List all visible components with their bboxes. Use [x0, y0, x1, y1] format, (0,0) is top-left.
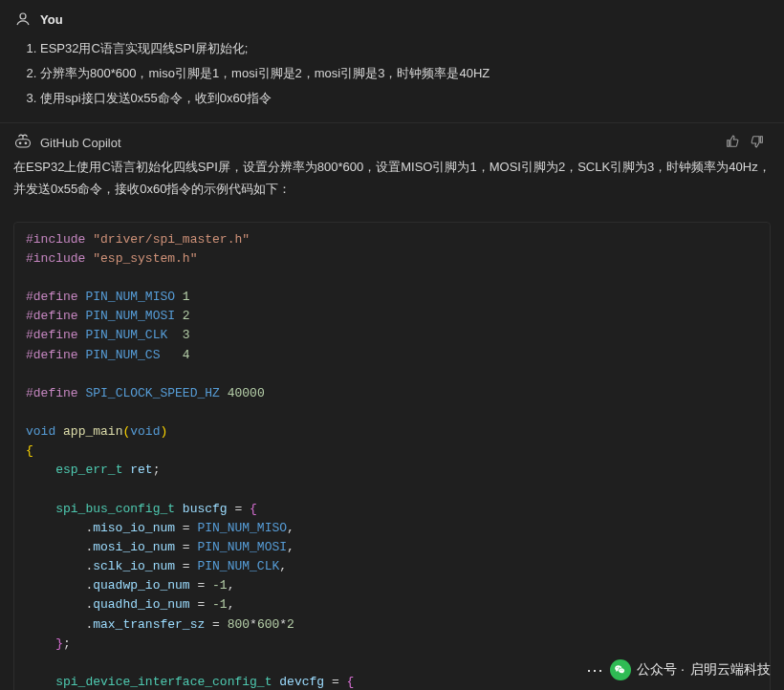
- macro: PIN_NUM_CLK: [85, 328, 167, 342]
- preprocessor: #define: [26, 309, 78, 323]
- thumbs-up-button[interactable]: [725, 134, 740, 152]
- list-item: ESP32用C语言实现四线SPI屏初始化;: [40, 36, 771, 61]
- macro: SPI_CLOCK_SPEED_HZ: [85, 386, 219, 400]
- code-block: #include "driver/spi_master.h" #include …: [13, 222, 771, 690]
- number: 2: [183, 309, 190, 323]
- type: esp_err_t: [55, 463, 122, 477]
- variable: devcfg: [279, 675, 324, 689]
- preprocessor: #include: [26, 232, 85, 247]
- number: 4: [183, 348, 190, 362]
- number: 2: [287, 617, 294, 632]
- user-message: You ESP32用C语言实现四线SPI屏初始化; 分辨率为800*600，mi…: [0, 0, 784, 122]
- user-avatar-icon: [13, 10, 33, 29]
- function: app_main: [63, 424, 122, 439]
- field: quadhd_io_num: [93, 597, 189, 612]
- assistant-header: GitHub Copilot: [13, 133, 771, 152]
- variable: buscfg: [183, 502, 228, 516]
- svg-point-0: [20, 13, 26, 19]
- field: quadwp_io_num: [93, 578, 189, 593]
- assistant-message: GitHub Copilot 在ESP32上使用C语言初始化四线SPI屏，设置分…: [0, 123, 784, 212]
- field: miso_io_num: [93, 521, 175, 535]
- number: -1: [212, 597, 228, 612]
- preprocessor: #define: [26, 386, 78, 400]
- macro: PIN_NUM_CS: [85, 348, 160, 362]
- field: sclk_io_num: [93, 559, 175, 573]
- preprocessor: #define: [26, 328, 78, 342]
- svg-point-2: [19, 142, 21, 144]
- string-literal: "driver/spi_master.h": [93, 232, 250, 247]
- number: 3: [183, 328, 190, 342]
- thumbs-down-button[interactable]: [750, 134, 765, 152]
- macro: PIN_NUM_MISO: [85, 290, 175, 304]
- field: max_transfer_sz: [93, 617, 205, 632]
- macro: PIN_NUM_MOSI: [197, 540, 287, 554]
- keyword: void: [26, 424, 55, 439]
- macro: PIN_NUM_MOSI: [85, 309, 175, 323]
- user-header: You: [13, 10, 771, 29]
- number: 800: [228, 617, 250, 632]
- preprocessor: #include: [26, 251, 85, 266]
- keyword: void: [130, 424, 160, 439]
- number: 1: [183, 290, 190, 304]
- number: 40000: [228, 386, 265, 400]
- type: spi_bus_config_t: [55, 502, 175, 516]
- user-label: You: [40, 12, 63, 27]
- svg-rect-1: [16, 140, 31, 147]
- macro: PIN_NUM_MISO: [197, 521, 287, 535]
- variable: ret: [130, 463, 152, 477]
- field: mosi_io_num: [93, 540, 175, 554]
- list-item: 分辨率为800*600，miso引脚是1，mosi引脚是2，mosi引脚是3，时…: [40, 61, 771, 86]
- assistant-body-text: 在ESP32上使用C语言初始化四线SPI屏，设置分辨率为800*600，设置MI…: [13, 156, 771, 201]
- type: spi_device_interface_config_t: [55, 675, 272, 689]
- number: -1: [212, 578, 228, 593]
- list-item: 使用spi接口发送0x55命令，收到0x60指令: [40, 86, 771, 111]
- user-prompt-list: ESP32用C语言实现四线SPI屏初始化; 分辨率为800*600，miso引脚…: [13, 36, 771, 111]
- preprocessor: #define: [26, 290, 78, 304]
- assistant-label: GitHub Copilot: [40, 136, 121, 150]
- string-literal: "esp_system.h": [93, 251, 197, 266]
- macro: PIN_NUM_CLK: [197, 559, 279, 573]
- svg-point-3: [25, 142, 27, 144]
- copilot-icon: [13, 133, 33, 152]
- preprocessor: #define: [26, 348, 78, 362]
- number: 600: [257, 617, 279, 632]
